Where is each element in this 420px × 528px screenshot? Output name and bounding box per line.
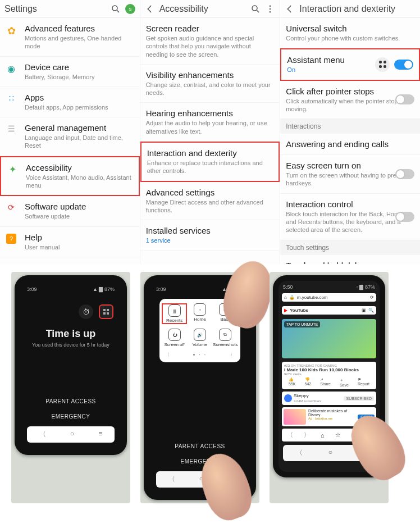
assist-volume-button[interactable]: 🔊Volume — [187, 329, 212, 347]
interaction-item-assistant-menu[interactable]: Assistant menu On — [280, 48, 420, 80]
settings-panel: Settings S ✿ Advanced featuresMotions an… — [0, 0, 140, 264]
assist-prev-icon[interactable]: 〈 — [165, 352, 170, 358]
nav-recents-icon[interactable]: ≡ — [358, 448, 362, 458]
accessibility-title: Accessibility — [159, 4, 246, 14]
back-icon[interactable] — [145, 4, 155, 14]
click-after-pointer-toggle[interactable] — [395, 94, 414, 104]
interaction-item-click-after-pointer[interactable]: Click after pointer stops Click automati… — [280, 81, 420, 120]
assist-back-button[interactable]: ◁Back — [213, 303, 238, 324]
avatar-icon[interactable]: S — [125, 4, 135, 14]
status-bar: 3:09 ▲ ▇ 87% — [154, 285, 246, 293]
accessibility-item-installed-services[interactable]: Installed services 1 service — [140, 220, 280, 251]
recommendation-row[interactable]: Deliberate mistakes of Disney Ad · buzzf… — [282, 407, 376, 426]
nav-back-icon[interactable]: 〈 — [168, 475, 175, 484]
cast-icon[interactable]: ▣ — [362, 308, 366, 313]
browser-tabs-icon[interactable]: ▢ — [351, 431, 357, 439]
nav-home-icon[interactable]: ○ — [70, 430, 74, 439]
assistant-grid-icon[interactable] — [375, 57, 390, 72]
interaction-control-toggle[interactable] — [395, 212, 414, 222]
reload-icon[interactable]: ⟳ — [370, 295, 374, 300]
settings-item-advanced-features[interactable]: ✿ Advanced featuresMotions and gestures,… — [0, 18, 140, 57]
report-button[interactable]: ⚑Report — [358, 377, 369, 387]
search-icon[interactable]: 🔍 — [368, 308, 374, 313]
browser-forward-icon[interactable]: 〉 — [304, 431, 310, 439]
assistant-menu-toggle[interactable] — [394, 60, 413, 70]
phone-photo-3: 5:50 ◦ ▇ 87% ⌂ 🔒 m.youtube.com ⟳ ▶ YouTu… — [270, 272, 389, 503]
search-icon[interactable] — [250, 4, 261, 14]
channel-row[interactable]: Skeppy 3.04M subscribers SUBSCRIBED — [282, 392, 376, 405]
interaction-item-touch-hold-delay[interactable]: Touch and hold delay Short (0.5 seconds) — [280, 255, 420, 264]
share-button[interactable]: ↗Share — [320, 377, 331, 387]
settings-item-help[interactable]: ? HelpUser manual — [0, 227, 140, 257]
accessibility-item-hearing[interactable]: Hearing enhancements Adjust the audio to… — [140, 103, 280, 142]
assistant-floating-icon[interactable] — [99, 304, 113, 319]
status-bar: 3:09 ▲ ▇ 87% — [25, 285, 117, 293]
settings-item-about-phone[interactable]: ⓘ About phoneStatus, Legal information, … — [0, 257, 140, 264]
android-nav: 〈 ○ ≡ — [283, 445, 375, 461]
browser-home-icon[interactable]: ⌂ — [321, 432, 325, 439]
video-views: 927K views — [284, 372, 374, 376]
browser-back-icon[interactable]: 〈 — [287, 431, 293, 439]
interaction-item-easy-screen-on[interactable]: Easy screen turn on Turn on the screen w… — [280, 155, 420, 194]
like-button[interactable]: 👍55K — [289, 377, 295, 387]
parent-access-button[interactable]: PARENT ACCESS — [154, 439, 246, 454]
phone-3: 5:50 ◦ ▇ 87% ⌂ 🔒 m.youtube.com ⟳ ▶ YouTu… — [273, 275, 385, 477]
assist-home-button[interactable]: ○Home — [187, 303, 212, 324]
url-text: m.youtube.com — [297, 295, 368, 300]
accessibility-item-screen-reader[interactable]: Screen reader Get spoken audio guidance … — [140, 18, 280, 65]
android-nav: 〈 ○ ≡ — [27, 426, 115, 443]
open-ad-button[interactable]: OPEN — [358, 415, 375, 420]
save-button[interactable]: ＋Save — [340, 377, 349, 387]
timer-icon[interactable]: ⏱ — [79, 304, 93, 319]
svg-point-6 — [270, 5, 271, 6]
parent-access-button[interactable]: PARENT ACCESS — [25, 394, 117, 409]
assist-next-icon[interactable]: 〉 — [230, 352, 235, 358]
emergency-button[interactable]: EMERGENCY — [25, 409, 117, 424]
youtube-logo-icon[interactable]: ▶ — [284, 308, 287, 313]
interaction-header: Interaction and dexterity — [280, 0, 420, 18]
svg-point-8 — [270, 11, 271, 12]
assist-recents-button[interactable]: |||Recents — [162, 303, 187, 324]
advanced-features-icon: ✿ — [7, 25, 16, 37]
assist-screenshots-button[interactable]: ⧉Screenshots — [213, 329, 238, 347]
emergency-button[interactable]: EMERGENCY — [154, 454, 246, 469]
accessibility-item-visibility[interactable]: Visibility enhancements Change size, con… — [140, 65, 280, 103]
accessibility-item-advanced-settings[interactable]: Advanced settings Manage Direct access a… — [140, 182, 280, 221]
nav-back-icon[interactable]: 〈 — [296, 448, 303, 458]
settings-item-software-update[interactable]: ⟳ Software updateSoftware update — [0, 196, 140, 226]
rec-thumb — [284, 409, 306, 425]
video-player[interactable]: TAP TO UNMUTE — [282, 319, 376, 358]
dislike-button[interactable]: 👎542 — [305, 377, 312, 387]
home-icon[interactable]: ⌂ — [284, 295, 287, 300]
more-icon[interactable] — [265, 4, 275, 14]
browser-menu-icon[interactable]: ≡ — [367, 432, 371, 439]
interaction-item-answering-calls[interactable]: Answering and ending calls — [280, 134, 420, 155]
time-is-up-title: Time is up — [25, 328, 117, 340]
channel-avatar-icon — [284, 394, 292, 402]
nav-home-icon[interactable]: ○ — [328, 448, 332, 458]
help-icon: ? — [6, 234, 16, 244]
apps-icon: ∷ — [9, 94, 14, 103]
nav-home-icon[interactable]: ○ — [199, 475, 203, 484]
channel-subs: 3.04M subscribers — [294, 399, 321, 403]
back-icon[interactable] — [285, 4, 295, 14]
settings-item-accessibility[interactable]: ✦ AccessibilityVoice Assistant, Mono aud… — [0, 156, 140, 197]
settings-item-device-care[interactable]: ◉ Device careBattery, Storage, Memory — [0, 57, 140, 87]
settings-item-apps[interactable]: ∷ AppsDefault apps, App permissions — [0, 87, 140, 117]
tap-to-unmute[interactable]: TAP TO UNMUTE — [284, 321, 320, 327]
interaction-item-universal-switch[interactable]: Universal switch Control your phone with… — [280, 18, 420, 48]
nav-recents-icon[interactable]: ≡ — [227, 475, 231, 484]
phone-photo-2: 3:09 ▲ ▇ 87% |||Recents ○Home ◁Back ⏻Scr… — [140, 272, 259, 503]
interaction-item-interaction-control[interactable]: Interaction control Block touch interact… — [280, 194, 420, 240]
easy-screen-on-toggle[interactable] — [395, 169, 414, 179]
browser-url-bar[interactable]: ⌂ 🔒 m.youtube.com ⟳ — [282, 293, 376, 302]
subscribed-badge[interactable]: SUBSCRIBED — [344, 396, 374, 401]
settings-item-general-management[interactable]: ☰ General managementLanguage and input, … — [0, 117, 140, 156]
browser-bookmark-icon[interactable]: ☆ — [335, 431, 341, 439]
assist-screen-off-button[interactable]: ⏻Screen off — [162, 329, 187, 347]
settings-list: ✿ Advanced featuresMotions and gestures,… — [0, 18, 140, 264]
search-icon[interactable] — [111, 4, 121, 14]
nav-recents-icon[interactable]: ≡ — [98, 430, 102, 439]
accessibility-item-interaction-dexterity[interactable]: Interaction and dexterity Enhance or rep… — [140, 142, 280, 182]
nav-back-icon[interactable]: 〈 — [39, 430, 46, 439]
